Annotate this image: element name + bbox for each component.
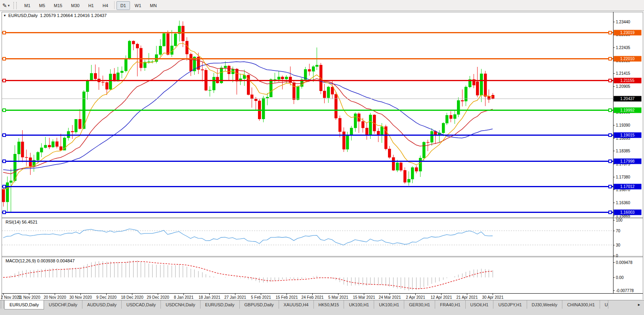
svg-text:30 Nov 2020: 30 Nov 2020 — [69, 295, 92, 300]
svg-text:27 Jan 2021: 27 Jan 2021 — [224, 295, 246, 300]
svg-text:1.18385: 1.18385 — [616, 149, 631, 153]
svg-text:1.16360: 1.16360 — [616, 201, 631, 205]
svg-text:1.17380: 1.17380 — [616, 175, 631, 179]
svg-text:1.19390: 1.19390 — [616, 123, 631, 127]
chart-tab-usdcnh-daily[interactable]: USDCNH,Daily — [161, 300, 201, 309]
chart-tab-ger30-h1[interactable]: GER30,H1 — [404, 300, 435, 309]
svg-text:30: 30 — [616, 243, 621, 247]
svg-text:24 Mar 2021: 24 Mar 2021 — [378, 295, 401, 300]
chart-tab-usdchf-daily[interactable]: USDCHF,Daily — [44, 300, 82, 309]
chart-ohlc-values: 1.20579 1.20664 1.20416 1.20437 — [40, 13, 107, 18]
svg-text:1.23440: 1.23440 — [616, 20, 631, 24]
chart-tab-audusd-daily[interactable]: AUDUSD,Daily — [82, 300, 122, 309]
chart-tab-eurusd-daily[interactable]: EURUSD,Daily — [4, 300, 44, 309]
timeframe-button-m15[interactable]: M15 — [50, 1, 66, 10]
svg-text:9 Dec 2020: 9 Dec 2020 — [96, 295, 117, 300]
svg-text:18 Jan 2021: 18 Jan 2021 — [199, 295, 220, 300]
line-anchor-handle[interactable] — [609, 160, 612, 163]
line-anchor-handle[interactable] — [609, 57, 612, 60]
line-anchor-handle[interactable] — [609, 134, 612, 137]
top-toolbar: ✎ ▾ M1M5M15M30H1H4D1W1MN — [0, 0, 644, 11]
timeframe-button-m1[interactable]: M1 — [20, 1, 34, 10]
svg-text:12 Apr 2021: 12 Apr 2021 — [431, 295, 452, 300]
chart-tab-china300-h1[interactable]: CHINA300,H1 — [562, 300, 600, 309]
svg-text:8 Jan 2021: 8 Jan 2021 — [174, 295, 194, 300]
chart-tab-gbpusd-daily[interactable]: GBPUSD,Daily — [240, 300, 279, 309]
svg-text:1.21415: 1.21415 — [616, 71, 631, 76]
svg-text:2 Apr 2021: 2 Apr 2021 — [406, 295, 425, 300]
chart-tab-usdjpy-h1[interactable]: USDJPY,H1 — [493, 300, 527, 309]
chart-tab-xauusd-h4[interactable]: XAUUSD,H4 — [279, 300, 314, 309]
line-anchor-handle[interactable] — [609, 109, 612, 112]
svg-text:18 Dec 2020: 18 Dec 2020 — [121, 295, 143, 300]
macd-indicator-label: MACD(12,26,9) 0.003938 0.004847 — [6, 258, 75, 263]
toolbar-separator — [114, 1, 115, 9]
svg-text:21 Apr 2021: 21 Apr 2021 — [457, 295, 478, 300]
line-anchor-handle[interactable] — [3, 79, 6, 82]
timeframe-button-m30[interactable]: M30 — [67, 1, 83, 10]
svg-text:15 Mar 2021: 15 Mar 2021 — [353, 295, 375, 300]
line-anchor-handle[interactable] — [609, 185, 612, 188]
line-anchor-handle[interactable] — [609, 79, 612, 82]
timeframe-button-h4[interactable]: H4 — [99, 1, 112, 10]
svg-text:1.21155: 1.21155 — [620, 78, 634, 83]
chart-tab-usoil-h1[interactable]: USOil,H1 — [466, 300, 494, 309]
svg-text:20 Nov 2020: 20 Nov 2020 — [44, 295, 66, 300]
collapse-triangle-icon[interactable]: ▼ — [3, 14, 6, 17]
chart-tab-usdcad-daily[interactable]: USDCAD,Daily — [122, 300, 161, 309]
line-anchor-handle[interactable] — [609, 211, 612, 214]
svg-text:100: 100 — [616, 218, 623, 222]
svg-text:5 Mar 2021: 5 Mar 2021 — [328, 295, 348, 300]
chart-tab-uk100-h1[interactable]: UK100,H1 — [344, 300, 374, 309]
svg-text:1.17998: 1.17998 — [620, 159, 635, 163]
timeframe-button-mn[interactable]: MN — [146, 1, 161, 10]
line-anchor-handle[interactable] — [3, 134, 6, 137]
line-anchor-handle[interactable] — [3, 211, 6, 214]
chart-tab-bar: EURUSD,DailyUSDCHF,DailyAUDUSD,DailyUSDC… — [0, 300, 644, 315]
svg-text:30 Apr 2021: 30 Apr 2021 — [482, 295, 504, 300]
line-anchor-handle[interactable] — [3, 185, 6, 188]
chart-tab-dj30-weekly[interactable]: DJ30,Weekly — [527, 300, 563, 309]
svg-text:1.22010: 1.22010 — [620, 57, 635, 61]
chart-tab-eurusd-daily[interactable]: EURUSD,Daily — [201, 300, 240, 309]
timeframe-button-m5[interactable]: M5 — [35, 1, 49, 10]
svg-text:1.20905: 1.20905 — [616, 84, 631, 89]
timeframe-button-h1[interactable]: H1 — [84, 1, 98, 10]
chart-title[interactable]: ▼EURUSD,Daily 1.20579 1.20664 1.20416 1.… — [3, 13, 107, 18]
chart-tab-hk50-m15[interactable]: HK50,M15 — [314, 300, 344, 309]
chart-symbol-label: EURUSD,Daily — [8, 13, 38, 18]
tab-scroll-right-icon[interactable]: ► — [634, 300, 644, 309]
line-anchor-handle[interactable] — [3, 109, 6, 112]
chevron-down-icon[interactable]: ▾ — [8, 4, 10, 8]
svg-text:1.20437: 1.20437 — [620, 97, 635, 101]
svg-text:-0.007778: -0.007778 — [616, 288, 634, 293]
svg-text:0.009478: 0.009478 — [616, 260, 633, 265]
svg-text:24 Feb 2021: 24 Feb 2021 — [301, 295, 324, 300]
svg-text:70: 70 — [616, 229, 621, 233]
rsi-indicator-label: RSI(14) 56.4521 — [6, 220, 38, 224]
tabs-container: EURUSD,DailyUSDCHF,DailyAUDUSD,DailyUSDC… — [4, 300, 608, 309]
toolbar-grip-handle[interactable] — [13, 2, 17, 9]
line-anchor-handle[interactable] — [609, 31, 612, 34]
chart-tab-u[interactable]: U — [600, 300, 608, 309]
line-anchor-handle[interactable] — [3, 160, 6, 163]
line-anchor-handle[interactable] — [3, 57, 6, 60]
timeframe-button-d1[interactable]: D1 — [117, 1, 130, 10]
timeframe-button-group: M1M5M15M30H1H4D1W1MN — [20, 1, 161, 10]
svg-text:1.16003: 1.16003 — [620, 210, 635, 214]
svg-text:0.00: 0.00 — [616, 275, 624, 280]
chart-tab-uk100-h1[interactable]: UK100,H1 — [374, 300, 404, 309]
chart-tab-fra40-h1[interactable]: FRA40,H1 — [435, 300, 465, 309]
chart-canvas[interactable]: 1.234401.229301.224351.219251.214151.209… — [0, 0, 644, 315]
svg-text:5 Feb 2021: 5 Feb 2021 — [251, 295, 271, 300]
line-anchor-handle[interactable] — [3, 31, 6, 34]
svg-text:11 Nov 2020: 11 Nov 2020 — [18, 295, 40, 300]
tabbar-grip-handle[interactable] — [1, 300, 4, 309]
svg-text:1.17012: 1.17012 — [620, 184, 635, 189]
svg-text:1.23019: 1.23019 — [620, 30, 635, 35]
svg-text:1.19992: 1.19992 — [620, 108, 635, 112]
svg-text:1.19015: 1.19015 — [620, 133, 635, 137]
svg-text:29 Dec 2020: 29 Dec 2020 — [147, 295, 169, 300]
timeframe-button-w1[interactable]: W1 — [131, 1, 145, 10]
crosshair-tool-icon[interactable]: ✎ — [2, 2, 7, 9]
